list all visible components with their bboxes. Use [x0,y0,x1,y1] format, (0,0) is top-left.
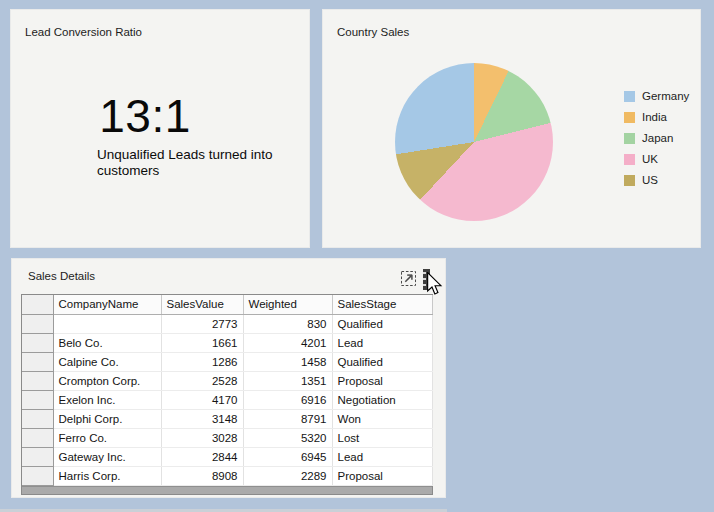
sales-table: CompanyNameSalesValueWeightedSalesStage … [22,295,433,486]
cell[interactable]: Lead [332,447,432,466]
table-row: Agilent Technologies2773830Qualified [22,314,432,333]
sales-details-title: Sales Details [28,270,95,282]
cell[interactable]: Ferro Co. [53,428,161,447]
cell[interactable]: Proposal [332,466,432,485]
panel-lead-conversion: Lead Conversion Ratio 13:1 Unqualified L… [10,9,310,248]
ratio-subtitle: Unqualified Leads turned into customers [97,147,277,179]
cell[interactable]: 5320 [243,428,332,447]
legend-item: India [624,111,689,123]
cell[interactable]: 8791 [243,409,332,428]
cell[interactable]: 1458 [243,352,332,371]
table-row: Delphi Corp.31488791Won [22,409,432,428]
legend-label: Japan [642,132,673,144]
panel-sales-details: Sales Details CompanyNameSalesValueWeigh… [11,258,446,498]
row-header-cell[interactable] [22,333,53,352]
cell[interactable]: Crompton Corp. [53,371,161,390]
table-row: Gateway Inc.28446945Lead [22,447,432,466]
cell[interactable]: 2844 [161,447,243,466]
table-row: Exelon Inc.41706916Negotiation [22,390,432,409]
cell[interactable]: 1286 [161,352,243,371]
cell[interactable]: 8908 [161,466,243,485]
legend-swatch-icon [624,91,635,102]
cell[interactable]: 6916 [243,390,332,409]
selected-cell[interactable]: Agilent Technologies [53,314,161,333]
expand-button[interactable] [401,271,416,286]
sales-table-header: CompanyNameSalesValueWeightedSalesStage [22,295,432,314]
row-header-cell[interactable] [22,371,53,390]
row-header-cell[interactable] [22,428,53,447]
column-header-Weighted[interactable]: Weighted [243,295,332,314]
corner-header-cell[interactable] [22,295,53,314]
legend-label: India [642,111,667,123]
column-header-CompanyName[interactable]: CompanyName [53,295,161,314]
row-header-cell[interactable] [22,352,53,371]
row-header-cell[interactable] [22,314,53,333]
legend-swatch-icon [624,154,635,165]
column-header-SalesStage[interactable]: SalesStage [332,295,432,314]
legend-item: US [624,174,689,186]
cell[interactable]: Lead [332,333,432,352]
table-row: Calpine Co.12861458Qualified [22,352,432,371]
cell[interactable]: Won [332,409,432,428]
legend-label: Germany [642,90,689,102]
cell[interactable]: 2528 [161,371,243,390]
cell[interactable]: Calpine Co. [53,352,161,371]
cell[interactable]: Qualified [332,314,432,333]
legend-item: UK [624,153,689,165]
popout-expand-icon [401,271,416,286]
table-row: Crompton Corp.25281351Proposal [22,371,432,390]
cell[interactable]: Gateway Inc. [53,447,161,466]
cell[interactable]: Proposal [332,371,432,390]
legend-label: US [642,174,658,186]
lead-conversion-title: Lead Conversion Ratio [25,26,142,38]
cell[interactable]: 6945 [243,447,332,466]
cell[interactable]: Delphi Corp. [53,409,161,428]
cell[interactable]: 3148 [161,409,243,428]
column-header-SalesValue[interactable]: SalesValue [161,295,243,314]
table-row: Harris Corp.89082289Proposal [22,466,432,485]
country-sales-pie-chart[interactable] [395,63,553,221]
cell[interactable]: Exelon Inc. [53,390,161,409]
pie-legend: GermanyIndiaJapanUKUS [624,90,689,195]
mouse-cursor-icon [426,272,443,300]
cell[interactable]: Lost [332,428,432,447]
ratio-value: 13:1 [45,92,245,140]
legend-swatch-icon [624,175,635,186]
cell[interactable]: 4170 [161,390,243,409]
dashboard-page: { "page": { "background": "#b2c4da" }, "… [0,0,714,512]
cell[interactable]: 1351 [243,371,332,390]
cell[interactable]: Qualified [332,352,432,371]
cell[interactable]: Belo Co. [53,333,161,352]
row-header-cell[interactable] [22,466,53,485]
cell[interactable]: 830 [243,314,332,333]
legend-swatch-icon [624,112,635,123]
table-row: Belo Co.16614201Lead [22,333,432,352]
cell[interactable]: 1661 [161,333,243,352]
table-row: Ferro Co.30285320Lost [22,428,432,447]
panel-country-sales: Country Sales GermanyIndiaJapanUKUS [322,9,701,248]
legend-item: Germany [624,90,689,102]
cell[interactable]: 2773 [161,314,243,333]
cell[interactable]: 2289 [243,466,332,485]
row-header-cell[interactable] [22,390,53,409]
sales-table-container: CompanyNameSalesValueWeightedSalesStage … [21,294,433,495]
legend-label: UK [642,153,658,165]
legend-item: Japan [624,132,689,144]
country-sales-title: Country Sales [337,26,409,38]
cell[interactable]: 4201 [243,333,332,352]
cell[interactable]: 3028 [161,428,243,447]
cell[interactable]: Harris Corp. [53,466,161,485]
row-header-cell[interactable] [22,447,53,466]
horizontal-scrollbar[interactable] [22,486,432,494]
cell[interactable]: Negotiation [332,390,432,409]
row-header-cell[interactable] [22,409,53,428]
legend-swatch-icon [624,133,635,144]
